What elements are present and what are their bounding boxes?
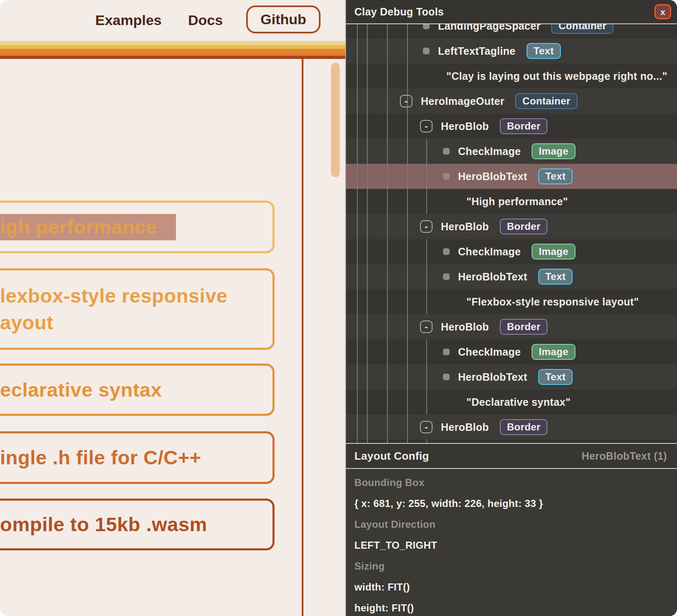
element-type-badge: Container: [515, 93, 578, 109]
tree-node-label: HeroBlobText: [458, 371, 527, 383]
tree-string-content: "Clay is laying out this webpage right n…: [446, 70, 667, 82]
feature-blob-text: igh performance: [0, 201, 278, 253]
page-scrollbar-thumb[interactable]: [331, 63, 340, 177]
config-prop-label: Bounding Box: [354, 472, 677, 493]
tree-string-content: "Declarative syntax": [466, 396, 570, 408]
indent-guide: [426, 239, 427, 314]
element-type-badge: Text: [538, 269, 573, 285]
tree-node-row[interactable]: CheckImageImage: [346, 139, 677, 164]
tree-node-row[interactable]: CheckImageImage: [346, 239, 677, 264]
tree-string-content: "High performance": [466, 196, 568, 208]
feature-blob-line: ayout: [0, 309, 278, 336]
collapse-button[interactable]: -: [420, 421, 433, 433]
element-type-badge: Border: [500, 419, 547, 435]
content-divider-line: [302, 59, 303, 616]
tree-node-row[interactable]: LandingPageSpacerContainer: [346, 24, 677, 38]
leaf-bullet-icon: [443, 374, 450, 380]
tree-node-row[interactable]: -HeroImageOuterContainer: [346, 89, 677, 114]
tree-node-label: HeroBlob: [441, 120, 489, 132]
nav-link-examples[interactable]: Examples: [95, 12, 162, 28]
config-prop-label: Layout Direction: [354, 514, 677, 535]
indent-guide: [426, 339, 427, 415]
feature-blob-line: ingle .h file for C/C++: [0, 444, 278, 471]
feature-blob-text: eclarative syntax: [0, 364, 278, 416]
tree-node-row[interactable]: -HeroBlobBorder: [346, 114, 677, 139]
config-prop-value: LEFT_TO_RIGHT: [354, 535, 677, 556]
collapse-button[interactable]: -: [420, 220, 433, 233]
element-type-badge: Container: [551, 24, 613, 34]
feature-blob-line: igh performance: [0, 214, 278, 240]
tree-node-label: HeroBlob: [441, 221, 489, 233]
clay-debug-panel: Clay Debug Tools x LandingPageSpacerCont…: [345, 0, 677, 616]
indent-guide: [426, 139, 427, 214]
selected-element-label: HeroBlobText (1): [582, 450, 667, 462]
tree-string-row: "High performance": [346, 189, 677, 214]
tree-node-label: HeroImageOuter: [421, 95, 504, 107]
element-type-badge: Image: [532, 143, 575, 159]
tree-string-row: "Flexbox-style responsive layout": [346, 289, 677, 314]
element-type-badge: Border: [500, 118, 547, 134]
config-prop-value: { x: 681, y: 255, width: 226, height: 33…: [354, 493, 677, 514]
tree-node-row[interactable]: -HeroBlobBorder: [346, 415, 677, 440]
tree-node-label: HeroBlob: [441, 321, 489, 333]
collapse-button[interactable]: -: [400, 95, 412, 107]
leaf-bullet-icon: [443, 148, 450, 155]
config-prop-value: height: FIT(): [354, 598, 677, 616]
layout-config-title: Layout Config: [354, 450, 429, 463]
layout-config-props: Bounding Box{ x: 681, y: 255, width: 226…: [346, 469, 677, 616]
element-type-badge: Text: [527, 43, 561, 59]
indent-guide: [407, 24, 408, 443]
leaf-bullet-icon: [443, 173, 450, 180]
nav-link-docs[interactable]: Docs: [188, 12, 223, 28]
indent-guide: [357, 24, 358, 443]
tree-node-label: HeroBlobText: [458, 171, 527, 183]
feature-blob-line: lexbox-style responsive: [0, 283, 278, 309]
tree-string-row: "Declarative syntax": [346, 389, 677, 415]
tree-node-label: CheckImage: [458, 246, 521, 258]
tree-node-label: CheckImage: [458, 145, 521, 158]
tree-node-label: LandingPageSpacer: [438, 24, 540, 32]
tree-node-row[interactable]: -HeroBlobBorder: [346, 214, 677, 239]
tree-node-row[interactable]: LeftTextTaglineText: [346, 38, 677, 64]
collapse-button[interactable]: -: [420, 120, 433, 132]
element-type-badge: Border: [500, 319, 547, 335]
element-tree: LandingPageSpacerContainerLeftTextTaglin…: [346, 24, 677, 443]
indent-guide: [387, 24, 388, 443]
leaf-bullet-icon: [423, 24, 430, 29]
tree-node-row[interactable]: HeroBlobTextText: [346, 364, 677, 389]
feature-blob-line: ompile to 15kb .wasm: [0, 511, 278, 538]
tree-node-row[interactable]: -HeroBlobBorder: [346, 314, 677, 339]
leaf-bullet-icon: [443, 349, 450, 355]
leaf-bullet-icon: [443, 273, 450, 280]
tree-node-label: CheckImage: [458, 346, 521, 358]
config-prop-label: Sizing: [354, 556, 677, 577]
element-type-badge: Border: [500, 219, 547, 234]
indent-guide: [367, 24, 368, 443]
collapse-button[interactable]: -: [420, 321, 433, 333]
tree-node-row[interactable]: CheckImageImage: [346, 339, 677, 364]
close-icon: x: [660, 8, 665, 16]
layout-config-header: Layout Config HeroBlobText (1): [346, 443, 677, 469]
tree-string-row: "Clay is laying out this webpage right n…: [346, 64, 677, 89]
github-button[interactable]: Github: [246, 5, 321, 33]
element-type-badge: Text: [538, 168, 573, 184]
feature-blob-text: lexbox-style responsiveayout: [0, 268, 278, 350]
element-type-badge: Image: [532, 344, 575, 360]
app-window: Examples Docs Github igh performancelexb…: [0, 0, 677, 616]
tree-string-content: "Flexbox-style responsive layout": [466, 296, 639, 308]
feature-blob-text: ingle .h file for C/C++: [0, 431, 278, 484]
close-button[interactable]: x: [654, 4, 671, 19]
element-type-badge: Image: [532, 244, 575, 260]
feature-blob-text: ompile to 15kb .wasm: [0, 499, 278, 550]
element-type-badge: Text: [538, 369, 573, 385]
tree-node-label: HeroBlob: [441, 421, 489, 433]
indent-guide: [426, 440, 427, 443]
tree-node-label: HeroBlobText: [458, 271, 527, 283]
feature-blob-line: eclarative syntax: [0, 377, 278, 403]
panel-title: Clay Debug Tools: [354, 6, 654, 18]
tree-node-row[interactable]: HeroBlobTextText: [346, 164, 677, 189]
tree-node-row[interactable]: HeroBlobTextText: [346, 264, 677, 289]
config-prop-value: width: FIT(): [354, 577, 677, 598]
debug-panel-header: Clay Debug Tools x: [346, 0, 677, 24]
leaf-bullet-icon: [443, 248, 450, 255]
